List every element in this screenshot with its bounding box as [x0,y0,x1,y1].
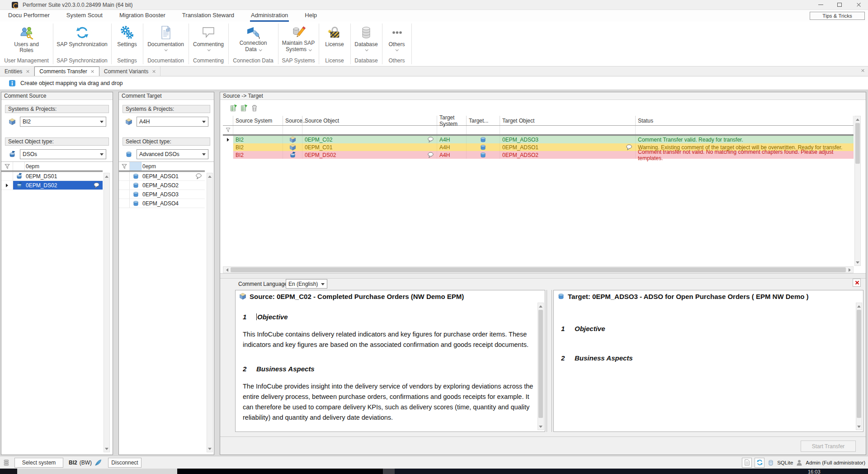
ribbon-sap-synchronization-button[interactable]: SAP Synchronization [53,24,111,56]
doc-tab-comments-transfer[interactable]: Comments Transfer [34,66,99,76]
export-add-icon[interactable] [230,104,237,112]
group-label-connection-data: Connection Data [228,57,278,65]
system-cube-icon [125,118,132,125]
col-target-object[interactable]: Target Object [500,116,636,125]
chevron-down-icon [100,121,104,123]
col-target-type[interactable]: Target... [467,116,500,125]
tab-administration[interactable]: Administration [250,10,289,22]
source-document[interactable]: 1Objective This InfoCube contains delive… [243,302,534,430]
disconnect-button[interactable]: Disconnect [108,458,142,468]
ribbon-documentation-button[interactable]: Documentation [143,24,189,56]
maximize-button[interactable] [830,0,849,9]
close-tab-strip-icon[interactable] [861,69,864,72]
target-document[interactable]: 1Objective 2Business Aspects [561,302,852,430]
current-user-label: Admin (Full administrator) [806,460,865,465]
chevron-down-icon [259,48,262,51]
trash-icon[interactable] [250,104,258,112]
connected-system-name: BI2 [69,460,77,466]
tab-system-scout[interactable]: System Scout [66,10,104,22]
tab-docu-performer[interactable]: Docu Performer [7,10,51,22]
target-list-filter-row[interactable]: 0epm [119,162,205,172]
tab-migration-booster[interactable]: Migration Booster [118,10,166,22]
horizontal-splitter[interactable] [220,273,866,279]
col-source-system[interactable]: Source System [233,116,283,125]
source-preview-scrollbar[interactable] [538,303,544,430]
target-system-select[interactable]: A4H [137,117,208,127]
panel-splitter[interactable] [113,92,118,455]
chevron-down-icon [100,153,104,156]
source-list-scrollbar[interactable] [104,173,110,452]
adso-icon [557,293,565,300]
comment-icon [201,24,216,40]
target-object-type-select[interactable]: Advanced DSOs [137,149,208,159]
start-transfer-button[interactable]: Start Transfer [801,441,856,452]
ribbon-commenting-button[interactable]: Commenting [189,24,228,56]
panel-splitter[interactable] [214,92,220,455]
feather-pen-icon[interactable] [94,459,102,466]
doc-tab-comment-variants[interactable]: Comment Variants [99,66,160,76]
chevron-down-icon [396,48,399,51]
list-item[interactable]: 0EPM_ADSO2 [119,181,205,190]
comment-language-label: Comment Language [238,281,288,287]
page-icon [744,459,750,466]
source-filter-input[interactable]: 0epm [25,162,103,171]
source-system-select[interactable]: BI2 [20,117,106,127]
adso-icon [480,152,486,158]
windows-taskbar[interactable]: 16:03 [0,469,868,474]
list-item[interactable]: 0EPM_ADSO1 [119,172,205,181]
target-filter-input[interactable]: 0epm [142,162,205,171]
source-list-filter-row[interactable]: 0epm [1,162,103,172]
chevron-down-icon [165,48,168,51]
grid-horizontal-scrollbar[interactable] [223,266,854,273]
filter-funnel-icon [225,127,231,133]
ribbon-license-button[interactable]: License [319,24,350,56]
ribbon-maintain-sap-systems-button[interactable]: Maintain SAP Systems [278,24,319,56]
select-system-button[interactable]: Select system [14,458,63,468]
close-preview-button[interactable] [853,279,861,287]
target-list-scrollbar[interactable] [207,173,213,452]
list-item-selected[interactable]: 0EPM_DS02 [1,181,103,190]
ribbon-database-button[interactable]: Database [350,24,382,56]
ribbon-others-button[interactable]: Others [382,24,411,56]
ribbon-settings-button[interactable]: Settings [111,24,143,56]
col-target-system[interactable]: Target System [437,116,467,125]
close-tab-icon[interactable] [91,70,94,73]
infocube-icon [239,293,246,300]
export-add-icon[interactable] [240,104,248,112]
minimize-button[interactable] [811,0,830,9]
mapping-row[interactable]: BI2 0EPM_DS02 A4H 0EPM_ADSO2 Comment tra… [223,151,854,159]
target-preview-scrollbar[interactable] [856,303,862,430]
col-source-object[interactable]: Source Object [302,116,437,125]
col-status[interactable]: Status [636,116,854,125]
list-item[interactable]: 0EPM_DS01 [1,172,103,181]
doc-heading: 1Objective [561,325,852,332]
ribbon-connection-data-button[interactable]: Connection Data [228,24,278,56]
taskbar-window-segment[interactable] [17,469,177,474]
group-label-user-management: User Management [0,57,53,65]
tab-help[interactable]: Help [304,10,318,22]
col-source-type[interactable]: Source... [283,116,302,125]
close-tab-icon[interactable] [152,70,156,73]
grid-filter-row[interactable] [223,126,854,136]
doc-tab-entities[interactable]: Entities [0,66,34,76]
status-text: Comment Transfer valid. Ready for transf… [636,136,854,143]
refresh-button[interactable] [755,458,764,468]
ribbon-users-and-roles-button[interactable]: Users and Roles [0,24,53,56]
maintain-icon [291,24,306,40]
tips-and-tricks-button[interactable]: Tips & Tricks [810,12,865,20]
preview-splitter[interactable] [547,290,552,432]
adso-icon [480,136,486,143]
comment-language-select[interactable]: En (English) [286,279,327,289]
source-object-type-select[interactable]: DSOs [20,149,106,159]
system-cube-icon [9,118,16,125]
target-object-list: 0epm 0EPM_ADSO1 0EPM_ADSO2 [119,161,214,454]
list-item[interactable]: 0EPM_ADSO3 [119,190,205,199]
log-page-button[interactable] [742,458,752,468]
grid-vertical-scrollbar[interactable] [854,116,861,266]
close-button[interactable] [849,0,868,9]
list-item[interactable]: 0EPM_ADSO4 [119,199,205,208]
mapping-row[interactable]: BI2 0EPM_C02 A4H 0EPM_ADSO3 Comment Tran… [223,136,854,143]
dso-icon [16,182,23,189]
tab-translation-steward[interactable]: Translation Steward [181,10,235,22]
close-tab-icon[interactable] [26,70,29,73]
